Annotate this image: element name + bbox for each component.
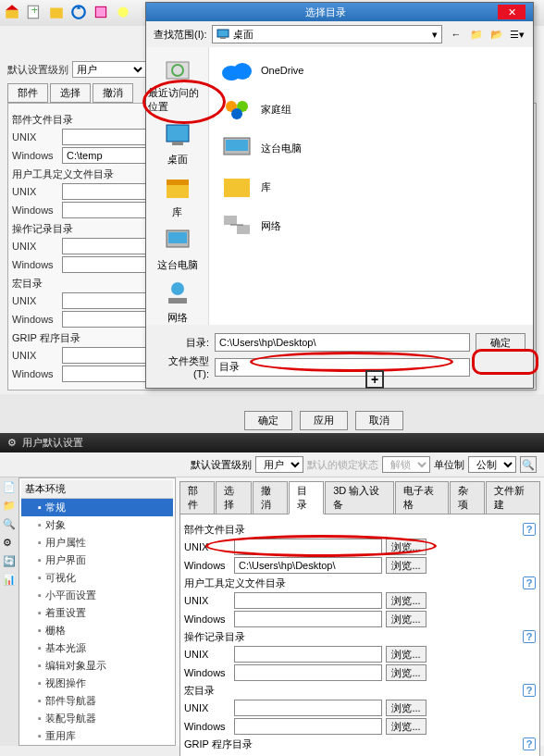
tree-item[interactable]: 基本光源 <box>21 639 173 657</box>
mini-icon[interactable]: 📁 <box>3 500 16 513</box>
lower-tab[interactable]: 杂项 <box>450 481 485 514</box>
lower-tab[interactable]: 3D 输入设备 <box>325 481 393 514</box>
help-icon[interactable]: ? <box>523 737 536 750</box>
hdr-level-label: 默认设置级别 <box>191 458 252 472</box>
hdr-lock-select[interactable]: 解锁 <box>382 456 430 473</box>
item-thispc[interactable]: 这台电脑 <box>216 132 525 164</box>
ok-button[interactable]: 确定 <box>244 411 292 430</box>
tab-part[interactable]: 部件 <box>7 83 48 103</box>
lf-win-3[interactable] <box>234 664 382 681</box>
lower-tab[interactable]: 电子表格 <box>395 481 450 514</box>
tree-item[interactable]: 快速成型 <box>21 745 173 746</box>
browse-btn[interactable]: 浏览... <box>386 592 427 609</box>
browse-btn[interactable]: 浏览... <box>386 611 427 627</box>
help-icon[interactable]: ? <box>523 523 536 536</box>
lf-unix-3[interactable] <box>234 646 382 663</box>
back-icon[interactable]: ← <box>448 26 464 43</box>
gear-icon: ⚙ <box>7 437 17 449</box>
item-library[interactable]: 库 <box>216 171 525 203</box>
browse-btn[interactable]: 浏览... <box>386 718 427 735</box>
lf-unix-2[interactable] <box>234 592 382 609</box>
svg-rect-28 <box>224 216 237 225</box>
svg-rect-26 <box>226 140 248 151</box>
tree-item[interactable]: 着重设置 <box>21 604 173 622</box>
lower-tab[interactable]: 选择 <box>216 481 251 514</box>
help-icon[interactable]: ? <box>523 684 536 697</box>
tab-undo[interactable]: 撤消 <box>93 83 133 103</box>
hdr-level-select[interactable]: 用户 <box>255 456 303 473</box>
unix-label: UNIX <box>12 131 58 143</box>
lf-win-2[interactable] <box>234 611 382 627</box>
up-icon[interactable]: 📁 <box>468 26 485 43</box>
tree-item[interactable]: 对象 <box>21 516 173 534</box>
level-select[interactable]: 用户 <box>72 61 146 78</box>
tree-item[interactable]: 用户属性 <box>21 534 173 552</box>
dir-input[interactable] <box>215 333 470 352</box>
tree-item[interactable]: 栅格 <box>21 622 173 639</box>
sidebar-network[interactable]: 网络 <box>146 276 208 328</box>
close-icon[interactable]: ✕ <box>498 5 525 19</box>
browse-btn[interactable]: 浏览... <box>386 539 427 555</box>
tool-icon-4[interactable] <box>70 4 87 20</box>
lower-tab[interactable]: 撤消 <box>253 481 288 514</box>
ok-button-dialog[interactable]: 确定 <box>476 333 525 352</box>
browse-btn[interactable]: 浏览... <box>386 664 427 681</box>
tree-item[interactable]: 用户界面 <box>21 552 173 569</box>
lower-tab[interactable]: 文件新建 <box>486 481 540 514</box>
mini-icon[interactable]: ⚙ <box>3 537 16 550</box>
tool-icon-2[interactable]: + <box>26 4 43 20</box>
help-icon[interactable]: ? <box>523 576 536 589</box>
browse-btn[interactable]: 浏览... <box>386 557 427 574</box>
lookup-combo[interactable]: 桌面 ▾ <box>212 25 442 43</box>
level-label: 默认设置级别 <box>7 63 68 77</box>
tree-item[interactable]: 装配导航器 <box>21 710 173 727</box>
tree-item[interactable]: 小平面设置 <box>21 587 173 604</box>
type-input[interactable] <box>215 358 470 377</box>
apply-button[interactable]: 应用 <box>300 411 348 430</box>
lform-grip: GRIP 程序目录 <box>184 737 253 751</box>
mini-icon[interactable]: 📊 <box>3 574 16 587</box>
user-default-settings-window: ⚙用户默认设置 默认设置级别 用户 默认的锁定状态 解锁 单位制 公制 🔍 📄 … <box>0 433 544 756</box>
browse-btn[interactable]: 浏览... <box>386 700 427 716</box>
sidebar-recent[interactable]: 最近访问的位置 <box>146 51 208 118</box>
mini-icon[interactable]: 🔍 <box>3 518 16 531</box>
tree-item[interactable]: 视图操作 <box>21 675 173 692</box>
lf-unix-1[interactable] <box>234 539 382 555</box>
sidebar-library[interactable]: 库 <box>146 170 208 223</box>
search-icon[interactable]: 🔍 <box>520 456 537 473</box>
lf-unix-4[interactable] <box>234 700 382 716</box>
tree-item[interactable]: 可视化 <box>21 569 173 587</box>
tree-item[interactable]: 部件导航器 <box>21 692 173 710</box>
help-icon[interactable]: ? <box>523 630 536 643</box>
tree-item[interactable]: 编辑对象显示 <box>21 657 173 675</box>
lower-tab[interactable]: 部件 <box>179 481 215 514</box>
lf-win-1[interactable] <box>234 557 382 574</box>
lf-win-4[interactable] <box>234 718 382 735</box>
mini-icon[interactable]: 📄 <box>3 481 16 494</box>
hdr-unit-select[interactable]: 公制 <box>468 456 516 473</box>
tool-icon-1[interactable] <box>4 4 20 20</box>
cancel-button[interactable]: 取消 <box>355 411 403 430</box>
lform-macro: 宏目录 <box>184 684 215 698</box>
item-network[interactable]: 网络 <box>216 210 525 242</box>
tree-item[interactable]: 常规 <box>21 499 173 516</box>
mini-icon[interactable]: 🔄 <box>3 555 16 568</box>
sidebar-desktop[interactable]: 桌面 <box>146 118 208 170</box>
newfolder-icon[interactable]: 📂 <box>488 26 505 43</box>
settings-tree[interactable]: 基本环境 常规对象用户属性用户界面可视化小平面设置着重设置栅格基本光源编辑对象显… <box>19 477 176 746</box>
tool-icon-3[interactable] <box>48 4 65 20</box>
browse-btn[interactable]: 浏览... <box>386 646 427 663</box>
dialog-title: 选择目录 <box>154 6 498 19</box>
view-icon[interactable]: ☰▾ <box>509 26 525 43</box>
svg-rect-12 <box>167 125 189 142</box>
sidebar-computer[interactable]: 这台电脑 <box>146 223 208 276</box>
tool-icon-5[interactable] <box>93 4 109 20</box>
tool-icon-6[interactable] <box>115 4 131 20</box>
lower-tab[interactable]: 目录 <box>289 481 324 514</box>
item-homegroup[interactable]: 家庭组 <box>216 93 525 125</box>
item-onedrive[interactable]: OneDrive <box>216 55 525 86</box>
tree-item[interactable]: 重用库 <box>21 727 173 745</box>
tab-select[interactable]: 选择 <box>50 83 91 103</box>
svg-point-18 <box>171 282 184 295</box>
svg-rect-8 <box>217 30 229 37</box>
